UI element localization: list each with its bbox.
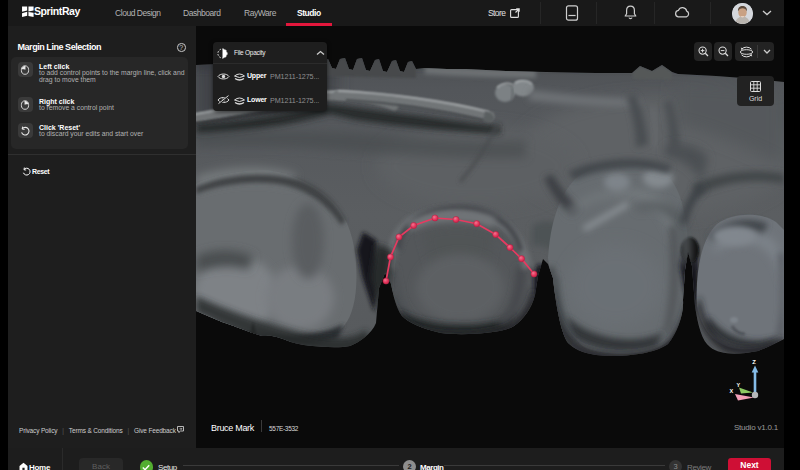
svg-text:X: X xyxy=(730,388,734,394)
svg-text:Y: Y xyxy=(737,382,741,388)
svg-text:Z: Z xyxy=(752,359,756,365)
